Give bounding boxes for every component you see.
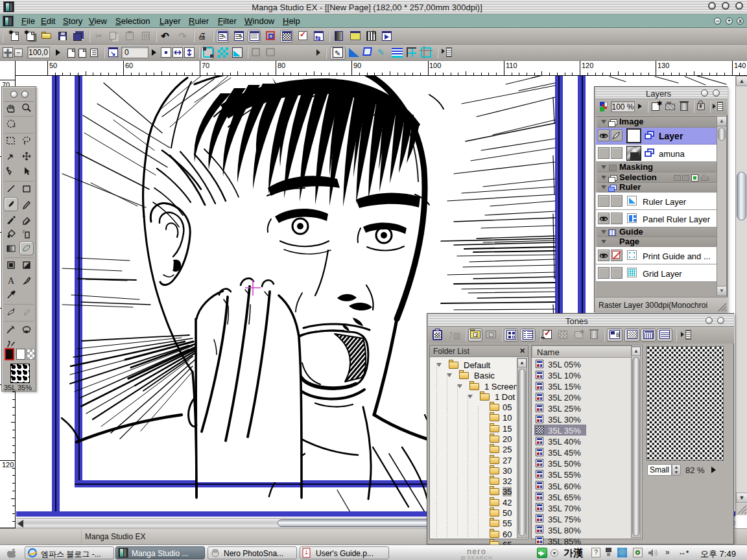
svg-text:A: A	[8, 276, 15, 286]
